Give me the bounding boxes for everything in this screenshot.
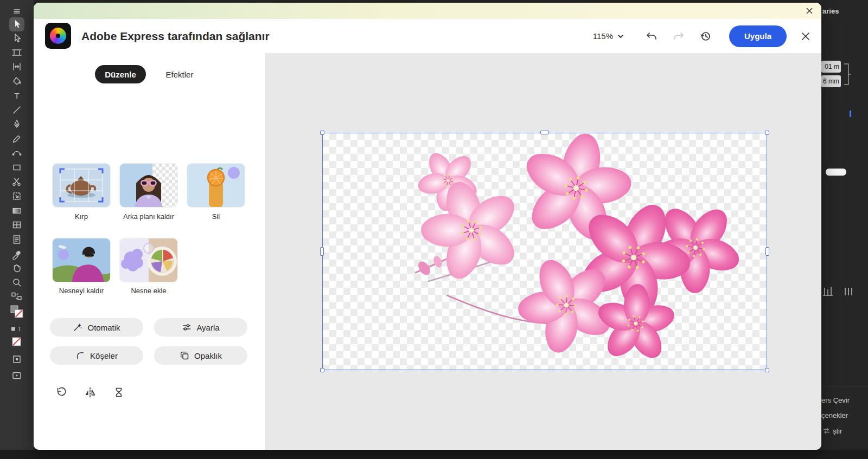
hand-icon [11, 263, 22, 274]
history-button[interactable] [698, 28, 714, 44]
corners-button[interactable]: Köşeler [50, 346, 143, 365]
auto-button[interactable]: Otomatik [50, 318, 143, 337]
tool-swap-mini[interactable] [9, 289, 24, 303]
selection-handle-middle-left[interactable] [320, 247, 324, 256]
tool-scissors[interactable] [9, 174, 24, 189]
tool-pencil[interactable] [9, 132, 24, 146]
redo-icon [672, 30, 685, 42]
tool-free-transform[interactable] [9, 189, 24, 203]
distribute-icon[interactable] [843, 286, 858, 297]
tool-line-segment[interactable] [9, 103, 24, 117]
selection-handle-top-left[interactable] [320, 131, 324, 135]
apply-button[interactable]: Uygula [729, 25, 787, 47]
dialog-title: Adobe Express tarafından sağlanır [81, 19, 270, 53]
feature-add-object[interactable] [120, 238, 177, 282]
remove-background-thumbnail [120, 164, 177, 207]
opacity-button[interactable]: Opaklık [154, 346, 247, 365]
tool-type[interactable]: T [9, 89, 24, 103]
tool-selection[interactable] [9, 17, 24, 31]
feature-crop[interactable] [53, 164, 110, 207]
screen-mode-icon [11, 370, 22, 381]
height-field-fragment[interactable]: 6 mm [821, 75, 841, 87]
selection-handle-bottom-right[interactable] [765, 368, 769, 372]
rotate-left-button[interactable] [54, 385, 69, 400]
action-label: Opaklık [194, 351, 222, 360]
adobe-express-logo [45, 23, 71, 49]
dialog-close-button[interactable] [797, 28, 814, 44]
add-object-thumbnail [120, 238, 177, 282]
tool-paint-bucket[interactable] [9, 74, 24, 88]
flip-horizontal-button[interactable] [82, 385, 98, 400]
hourglass-icon [112, 386, 125, 399]
none-swatch[interactable] [9, 335, 24, 349]
line-icon [11, 105, 22, 115]
invert-button-fragment[interactable]: ers Çevir [821, 396, 850, 404]
align-icon[interactable] [822, 286, 838, 297]
opacity-icon [180, 351, 189, 360]
tool-curvature[interactable] [9, 146, 24, 160]
tool-pen[interactable] [9, 117, 24, 131]
tab-duzenle[interactable]: Düzenle [95, 65, 146, 83]
width-field-fragment[interactable]: 01 m [821, 61, 841, 73]
adjust-button[interactable]: Ayarla [154, 318, 247, 337]
transform-row [54, 385, 126, 400]
libraries-tab-fragment[interactable]: aries [822, 7, 839, 15]
tool-notes[interactable] [9, 232, 24, 247]
duration-button[interactable] [111, 385, 126, 400]
redo-button[interactable] [671, 28, 687, 44]
canvas-image[interactable] [322, 133, 767, 370]
chevron-down-icon [616, 32, 625, 41]
erase-thumbnail [187, 164, 245, 207]
feature-remove-object[interactable] [53, 238, 110, 282]
draw-mode[interactable] [9, 352, 24, 366]
replace-button-fragment[interactable]: ştir [833, 427, 842, 435]
eyedropper-icon [11, 249, 22, 260]
notes-icon [11, 234, 22, 245]
flip-horizontal-icon [84, 386, 97, 399]
tool-rectangle[interactable] [9, 160, 24, 174]
tool-hand[interactable] [9, 261, 24, 275]
selection-handle-top-right[interactable] [765, 131, 769, 135]
type-icon: T [11, 90, 22, 101]
draw-mode-icon [11, 354, 22, 365]
tool-direct-selection[interactable] [9, 31, 24, 46]
selection-handle-middle-right[interactable] [765, 247, 769, 256]
header-controls: 115% Uygula [593, 19, 814, 53]
toolbar-menu[interactable] [9, 4, 24, 18]
swap-icon [11, 292, 23, 301]
options-button-fragment[interactable]: çenekler [821, 411, 848, 419]
flower-image [322, 133, 767, 370]
feature-erase[interactable] [187, 164, 245, 207]
magnifier-icon [11, 277, 22, 288]
undo-button[interactable] [643, 28, 660, 44]
tab-efektler[interactable]: Efektler [155, 65, 204, 83]
edit-panel: Düzenle Efektler [34, 53, 265, 450]
action-label: Otomatik [87, 323, 120, 332]
tool-artboard[interactable] [9, 46, 24, 60]
tool-mesh[interactable] [9, 218, 24, 232]
express-flower-icon [50, 28, 66, 44]
tool-zoom[interactable] [9, 275, 24, 289]
paint-bucket-icon [11, 76, 22, 87]
adobe-express-dialog: Adobe Express tarafından sağlanır 115% U… [34, 3, 821, 450]
app-window: T [0, 0, 868, 459]
slider-thumb[interactable] [826, 169, 846, 176]
tool-width[interactable] [9, 60, 24, 74]
feature-remove-background[interactable] [120, 164, 177, 207]
banner-close-button[interactable] [805, 7, 814, 15]
fill-stroke-icon [9, 304, 24, 319]
link-dimensions-icon[interactable] [843, 60, 852, 89]
menu-icon [13, 9, 21, 14]
screen-mode[interactable] [9, 369, 24, 383]
color-mode-mini[interactable]: T [9, 322, 24, 336]
svg-text:T: T [18, 326, 21, 332]
fill-stroke-swatch[interactable] [9, 303, 24, 320]
tool-eyedropper[interactable] [9, 247, 24, 261]
tool-gradient[interactable] [9, 204, 24, 218]
selection-handle-bottom-left[interactable] [320, 368, 324, 372]
selection-handle-top-center[interactable] [540, 131, 549, 134]
zoom-dropdown[interactable]: 115% [593, 31, 625, 41]
replace-icon [822, 427, 831, 435]
canvas-area[interactable] [265, 53, 821, 450]
direct-selection-icon [11, 33, 22, 44]
